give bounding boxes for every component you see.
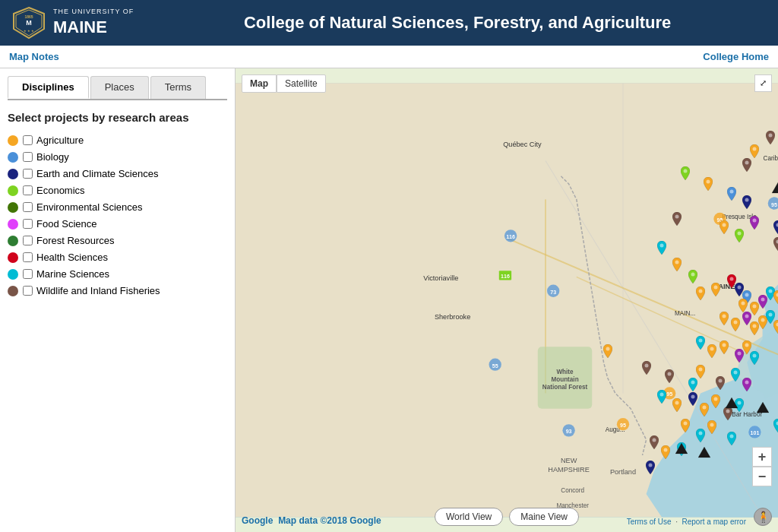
map-pin[interactable]: [719, 220, 729, 234]
map-pin[interactable]: [719, 340, 729, 354]
map-marker-tent[interactable]: [757, 402, 769, 416]
map-marker-tent[interactable]: [726, 397, 738, 412]
map-pin[interactable]: [731, 318, 740, 331]
svg-point-122: [683, 422, 687, 426]
map-pin[interactable]: [773, 419, 778, 432]
sidebar: Disciplines Places Terms Select projects…: [0, 68, 236, 532]
map-pin[interactable]: [661, 445, 670, 459]
discipline-checkbox-earth-and-climate-sciences[interactable]: [23, 169, 33, 179]
discipline-checkbox-environmental-sciences[interactable]: [23, 202, 33, 212]
map-pin[interactable]: [650, 435, 659, 449]
discipline-label: Forest Resources: [36, 235, 115, 246]
map-pin[interactable]: [672, 258, 682, 271]
map-pin[interactable]: [665, 369, 674, 383]
map-pin[interactable]: [696, 287, 705, 300]
discipline-label: Environmental Sciences: [36, 201, 142, 213]
svg-point-61: [729, 190, 733, 194]
svg-point-75: [691, 273, 694, 277]
discipline-checkbox-economics[interactable]: [23, 185, 33, 195]
map-pin[interactable]: [704, 177, 713, 191]
tab-disciplines[interactable]: Disciplines: [8, 76, 89, 99]
svg-text:Sherbrooke: Sherbrooke: [435, 314, 470, 321]
map-pin[interactable]: [727, 187, 736, 201]
map-marker-tent[interactable]: [698, 447, 710, 461]
discipline-color-dot: [8, 185, 18, 196]
map-pin[interactable]: [681, 419, 690, 432]
map-pin[interactable]: [773, 290, 778, 304]
svg-text:Caribou: Caribou: [764, 155, 778, 162]
map-pin[interactable]: [711, 283, 720, 296]
map-pin[interactable]: [731, 368, 740, 382]
zoom-out-button[interactable]: −: [752, 467, 772, 486]
tabs-container: Disciplines Places Terms: [8, 76, 227, 100]
zoom-controls: + −: [752, 447, 772, 486]
map-pin[interactable]: [672, 398, 682, 412]
map-pin[interactable]: [742, 195, 751, 209]
map-marker-tent[interactable]: [772, 182, 778, 197]
map-area[interactable]: Map Satellite ⤢: [236, 68, 778, 532]
map-pin[interactable]: [750, 351, 759, 365]
world-view-button[interactable]: World View: [435, 508, 503, 526]
map-expand-button[interactable]: ⤢: [754, 74, 772, 92]
map-pin[interactable]: [766, 131, 775, 144]
svg-text:Concord: Concord: [561, 487, 584, 494]
map-pin[interactable]: [716, 376, 725, 390]
map-pin[interactable]: [688, 392, 697, 406]
map-pin[interactable]: [711, 394, 720, 408]
discipline-checkbox-food-science[interactable]: [23, 219, 33, 229]
pegman-icon[interactable]: 🧍: [754, 508, 772, 526]
map-pin[interactable]: [646, 461, 655, 474]
map-pin[interactable]: [742, 378, 751, 391]
map-pin[interactable]: [773, 220, 778, 234]
discipline-item-economics: Economics: [8, 185, 227, 196]
map-pin[interactable]: [707, 420, 716, 434]
map-pin[interactable]: [696, 336, 705, 350]
map-type-map-button[interactable]: Map: [242, 74, 277, 93]
discipline-label: Agriculture: [36, 135, 84, 146]
discipline-checkbox-health-sciences[interactable]: [23, 252, 33, 262]
discipline-checkbox-marine-sciences[interactable]: [23, 269, 33, 279]
map-pin[interactable]: [750, 144, 759, 158]
discipline-checkbox-forest-resources[interactable]: [23, 236, 33, 245]
map-pin[interactable]: [773, 237, 778, 251]
svg-point-124: [710, 423, 714, 427]
map-pin[interactable]: [657, 390, 666, 404]
map-pin[interactable]: [750, 216, 759, 230]
tab-places[interactable]: Places: [90, 76, 149, 99]
map-pin[interactable]: [735, 229, 744, 242]
map-pin[interactable]: [603, 344, 612, 358]
map-pin[interactable]: [719, 312, 729, 325]
map-pin[interactable]: [681, 166, 690, 180]
map-pin[interactable]: [700, 403, 709, 416]
discipline-checkbox-biology[interactable]: [23, 152, 33, 162]
university-small-text: THE UNIVERSITY OF: [53, 8, 134, 17]
map-pin[interactable]: [707, 344, 716, 358]
discipline-label: Health Sciences: [36, 252, 108, 263]
map-type-satellite-button[interactable]: Satellite: [277, 74, 326, 93]
map-pin[interactable]: [688, 378, 697, 391]
map-notes-link[interactable]: Map Notes: [9, 51, 59, 62]
maine-view-button[interactable]: Maine View: [509, 508, 579, 526]
svg-point-93: [733, 321, 737, 325]
map-pin[interactable]: [657, 241, 666, 255]
discipline-checkbox-wildlife-and-inland-fisheries[interactable]: [23, 286, 33, 296]
map-pin[interactable]: [738, 299, 748, 312]
svg-point-116: [675, 401, 679, 405]
discipline-checkbox-agriculture[interactable]: [23, 135, 33, 145]
map-pin[interactable]: [727, 432, 736, 445]
sidebar-title: Select projects by research areas: [8, 111, 227, 124]
map-pin[interactable]: [742, 158, 751, 172]
map-pin[interactable]: [672, 212, 682, 226]
map-pin[interactable]: [773, 320, 778, 334]
svg-text:95: 95: [771, 202, 777, 208]
map-pin[interactable]: [696, 429, 705, 442]
map-pin[interactable]: [696, 365, 705, 378]
zoom-in-button[interactable]: +: [752, 447, 772, 467]
college-home-link[interactable]: College Home: [703, 51, 769, 62]
discipline-color-dot: [8, 252, 18, 263]
map-marker-tent[interactable]: [675, 443, 688, 458]
map-pin[interactable]: [688, 270, 697, 283]
tab-terms[interactable]: Terms: [150, 76, 206, 99]
svg-point-56: [753, 147, 757, 150]
map-pin[interactable]: [642, 361, 651, 375]
